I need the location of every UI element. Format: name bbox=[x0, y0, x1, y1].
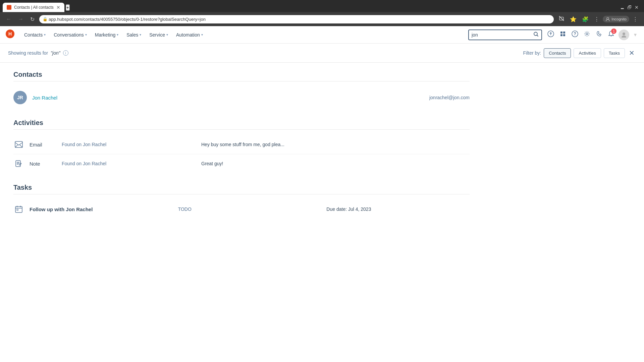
tasks-section: Tasks Follow up with Jon Rachel TODO Due… bbox=[13, 184, 470, 219]
filter-tasks-button[interactable]: Tasks bbox=[604, 48, 625, 58]
settings-icon[interactable] bbox=[582, 29, 592, 40]
marketing-chevron-icon: ▾ bbox=[117, 33, 118, 37]
filter-by-label: Filter by: bbox=[523, 50, 541, 56]
browser-tab-active[interactable]: Contacts | All contacts ✕ bbox=[3, 3, 64, 12]
activities-section: Activities Email Found on Jon Rachel Hey… bbox=[13, 119, 470, 173]
marketplace-icon[interactable] bbox=[558, 29, 568, 40]
upgrade-icon[interactable] bbox=[546, 29, 555, 40]
contacts-section-title: Contacts bbox=[13, 71, 470, 81]
browser-controls: ← → ↻ 🔒 ⭐ 🧩 ⋮ Incognito ⋮ bbox=[0, 12, 644, 26]
svg-line-7 bbox=[537, 35, 538, 36]
activity-preview-email: Hey buy some stuff from me, god plea... bbox=[201, 142, 470, 147]
camera-off-icon[interactable] bbox=[556, 14, 567, 24]
tab-title: Contacts | All contacts bbox=[14, 5, 54, 10]
incognito-badge: Incognito bbox=[603, 16, 629, 22]
activity-found-on-email: Found on Jon Rachel bbox=[62, 142, 196, 147]
browser-chrome: Contacts | All contacts ✕ + 🗕 🗗 ✕ ← → ↻ … bbox=[0, 0, 644, 26]
window-minimize-button[interactable]: 🗕 bbox=[620, 5, 625, 10]
nav-expand-icon[interactable]: ▾ bbox=[632, 30, 639, 39]
user-avatar[interactable] bbox=[619, 29, 629, 40]
nav-item-marketing[interactable]: Marketing ▾ bbox=[91, 26, 122, 44]
activity-row-note[interactable]: Note Found on Jon Rachel Great guy! bbox=[13, 154, 470, 173]
notifications-icon[interactable]: 1 bbox=[606, 29, 616, 40]
nav-item-conversations[interactable]: Conversations ▾ bbox=[50, 26, 91, 44]
activities-section-title: Activities bbox=[13, 119, 470, 129]
tab-favicon bbox=[7, 5, 11, 10]
svg-point-18 bbox=[623, 33, 625, 35]
back-button[interactable]: ← bbox=[4, 15, 13, 23]
search-info-icon[interactable]: i bbox=[63, 50, 68, 56]
conversations-chevron-icon: ▾ bbox=[85, 33, 87, 37]
phone-icon[interactable] bbox=[594, 29, 604, 40]
main-nav-items: Contacts ▾ Conversations ▾ Marketing ▾ S… bbox=[20, 26, 468, 44]
filter-bar: Showing results for "jon" i Filter by: C… bbox=[0, 44, 644, 63]
nav-item-contacts[interactable]: Contacts ▾ bbox=[20, 26, 50, 44]
contact-name: Jon Rachel bbox=[32, 95, 424, 101]
svg-rect-22 bbox=[16, 161, 20, 167]
tasks-divider bbox=[13, 194, 470, 194]
nav-item-automation[interactable]: Automation ▾ bbox=[172, 26, 207, 44]
window-close-button[interactable]: ✕ bbox=[635, 5, 639, 10]
task-activity-icon bbox=[13, 204, 24, 215]
close-search-button[interactable]: ✕ bbox=[628, 48, 636, 58]
help-icon[interactable]: ? bbox=[570, 29, 580, 40]
search-query: "jon" bbox=[51, 50, 60, 56]
activities-divider bbox=[13, 129, 470, 130]
hubspot-nav: H Contacts ▾ Conversations ▾ Marketing ▾… bbox=[0, 26, 644, 44]
address-bar[interactable] bbox=[39, 15, 554, 23]
svg-text:?: ? bbox=[574, 32, 576, 36]
activity-preview-note: Great guy! bbox=[201, 161, 470, 166]
showing-text: Showing results for bbox=[8, 50, 48, 56]
ssl-lock-icon: 🔒 bbox=[43, 17, 48, 21]
search-submit-button[interactable] bbox=[533, 32, 539, 38]
task-status: TODO bbox=[178, 206, 321, 212]
activity-type-note: Note bbox=[30, 161, 56, 167]
svg-point-3 bbox=[607, 17, 609, 19]
main-content: Showing results for "jon" i Filter by: C… bbox=[0, 44, 644, 362]
contact-row-jon-rachel[interactable]: JR Jon Rachel jonrachel@jon.com bbox=[13, 87, 470, 108]
filter-activities-button[interactable]: Activities bbox=[574, 48, 601, 58]
tab-close-button[interactable]: ✕ bbox=[56, 5, 60, 10]
contact-initials: JR bbox=[17, 95, 23, 100]
svg-rect-9 bbox=[560, 32, 562, 34]
browser-settings-icon[interactable]: ⋮ bbox=[592, 15, 601, 24]
svg-rect-11 bbox=[560, 34, 562, 36]
activity-type-email: Email bbox=[30, 142, 56, 147]
browser-tab-bar: Contacts | All contacts ✕ + 🗕 🗗 ✕ bbox=[0, 0, 644, 12]
reload-button[interactable]: ↻ bbox=[28, 15, 37, 24]
contact-avatar-jr: JR bbox=[13, 91, 27, 104]
activity-found-on-note: Found on Jon Rachel bbox=[62, 161, 196, 166]
filter-contacts-button[interactable]: Contacts bbox=[544, 48, 571, 58]
svg-rect-27 bbox=[17, 209, 18, 210]
contacts-divider bbox=[13, 81, 470, 81]
svg-text:H: H bbox=[8, 31, 12, 37]
bookmark-star-icon[interactable]: ⭐ bbox=[568, 15, 579, 24]
global-search-input[interactable] bbox=[472, 32, 531, 38]
forward-button[interactable]: → bbox=[16, 15, 25, 23]
nav-item-sales[interactable]: Sales ▾ bbox=[122, 26, 145, 44]
activity-row-email[interactable]: Email Found on Jon Rachel Hey buy some s… bbox=[13, 135, 470, 154]
browser-menu-button[interactable]: ⋮ bbox=[631, 15, 640, 24]
nav-item-service[interactable]: Service ▾ bbox=[145, 26, 172, 44]
automation-chevron-icon: ▾ bbox=[201, 33, 203, 37]
search-results-label: Showing results for "jon" i bbox=[8, 50, 68, 56]
nav-right-icons: ? 1 ▾ bbox=[546, 29, 639, 40]
svg-line-20 bbox=[15, 145, 18, 147]
hubspot-logo[interactable]: H bbox=[5, 29, 15, 41]
extensions-icon[interactable]: 🧩 bbox=[580, 15, 591, 24]
svg-rect-10 bbox=[563, 32, 565, 34]
incognito-label: Incognito bbox=[611, 17, 627, 21]
new-tab-button[interactable]: + bbox=[66, 4, 70, 11]
svg-point-0 bbox=[8, 6, 10, 9]
email-activity-icon bbox=[13, 139, 24, 150]
filter-bar-right: Filter by: Contacts Activities Tasks ✕ bbox=[523, 48, 636, 58]
browser-toolbar-icons: ⭐ 🧩 ⋮ Incognito ⋮ bbox=[556, 14, 640, 24]
contacts-section: Contacts JR Jon Rachel jonrachel@jon.com bbox=[13, 71, 470, 108]
window-maximize-button[interactable]: 🗗 bbox=[627, 5, 632, 10]
contact-email: jonrachel@jon.com bbox=[429, 95, 470, 100]
global-search-bar bbox=[468, 29, 542, 40]
svg-rect-23 bbox=[15, 206, 22, 213]
task-row-follow-up[interactable]: Follow up with Jon Rachel TODO Due date:… bbox=[13, 200, 470, 219]
tasks-section-title: Tasks bbox=[13, 184, 470, 194]
note-activity-icon bbox=[13, 158, 24, 169]
